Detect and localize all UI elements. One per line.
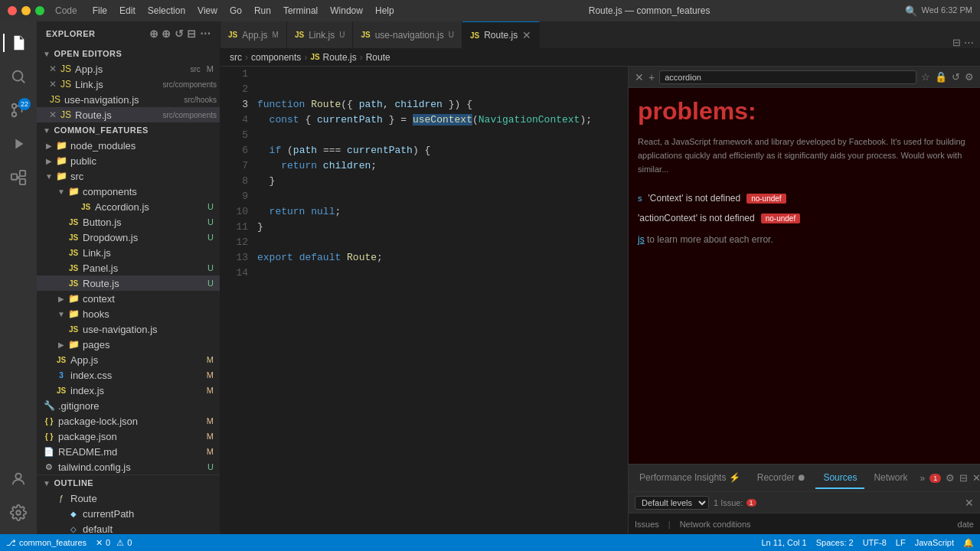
- issues-label[interactable]: Issues: [635, 520, 659, 529]
- bell-icon[interactable]: 🔔: [963, 538, 974, 548]
- close-icon[interactable]: ✕: [49, 109, 57, 120]
- tree-indexjs[interactable]: JS index.js M: [37, 383, 220, 398]
- tree-appjs[interactable]: JS App.js M: [37, 352, 220, 367]
- js-file-icon: JS: [60, 63, 72, 75]
- devtools-icon-refresh[interactable]: ↺: [952, 71, 960, 83]
- tree-node-modules[interactable]: ▶ 📁 node_modules: [37, 138, 220, 153]
- tree-paneljs[interactable]: JS Panel.js U: [37, 260, 220, 276]
- tree-buttonjs[interactable]: JS Button.js U: [37, 214, 220, 230]
- tree-src[interactable]: ▼ 📁 src: [37, 168, 220, 184]
- devtools-tab-recorder[interactable]: Recorder ⏺: [750, 468, 815, 489]
- project-header[interactable]: ▼ COMMON_FEATURES: [37, 122, 220, 138]
- refresh-icon[interactable]: ↺: [175, 28, 185, 40]
- outline-route[interactable]: ƒ Route: [37, 491, 220, 506]
- tree-linkjs[interactable]: JS Link.js: [37, 245, 220, 260]
- tree-accordionjs[interactable]: JS Accordion.js U: [37, 199, 220, 214]
- code-content[interactable]: function Route({ path, children }) { con…: [257, 67, 628, 534]
- menu-view[interactable]: View: [198, 5, 217, 16]
- code-editor[interactable]: 1 2 3 4 5 6 7 8 9 10 11 12 13 14: [220, 67, 628, 534]
- devtools-close-icon[interactable]: ✕: [972, 472, 980, 484]
- outline-header[interactable]: ▼ OUTLINE: [37, 475, 220, 491]
- tree-components[interactable]: ▼ 📁 components: [37, 184, 220, 199]
- tree-indexcss[interactable]: 3 index.css M: [37, 367, 220, 383]
- activity-accounts[interactable]: [3, 464, 34, 494]
- activity-search[interactable]: [3, 61, 34, 92]
- devtools-icon-star[interactable]: ☆: [921, 71, 930, 83]
- tab-linkjs[interactable]: JS Link.js U: [287, 21, 353, 48]
- activity-run[interactable]: [3, 129, 34, 159]
- sidebar: EXPLORER ⊕ ⊕ ↺ ⊟ ⋯ ▼ OPEN EDITORS ✕ JS A…: [37, 21, 220, 534]
- tree-routejs[interactable]: JS Route.js U: [37, 276, 220, 291]
- tree-gitignore[interactable]: 🔧 .gitignore: [37, 398, 220, 413]
- devtools-close-icon[interactable]: ✕: [635, 71, 644, 83]
- devtools-settings-icon[interactable]: ⚙: [946, 472, 955, 484]
- more-icon[interactable]: ⋯: [200, 28, 211, 40]
- menu-run[interactable]: Run: [254, 5, 271, 16]
- devtools-icon-lock[interactable]: 🔒: [935, 71, 947, 83]
- maximize-button[interactable]: [35, 6, 44, 15]
- minimize-button[interactable]: [21, 6, 31, 15]
- filter-close-icon[interactable]: ✕: [965, 497, 974, 509]
- tree-readmemd[interactable]: 📄 README.md M: [37, 444, 220, 459]
- tree-tailwindconfigjs[interactable]: ⚙ tailwind.config.js U: [37, 459, 220, 474]
- devtools-tabs-more[interactable]: »: [916, 473, 928, 484]
- open-editor-usenavjs[interactable]: JS use-navigation.js src/hooks: [37, 92, 220, 107]
- devtools-dock-icon[interactable]: ⊟: [959, 472, 968, 484]
- search-icon[interactable]: 🔍: [905, 5, 917, 17]
- tree-usenavigationjs[interactable]: JS use-navigation.js: [37, 321, 220, 337]
- open-editor-appjs[interactable]: ✕ JS App.js src M: [37, 61, 220, 77]
- error-help-link[interactable]: js: [638, 234, 645, 245]
- default-levels-select[interactable]: Default levels: [635, 496, 709, 510]
- split-editor-icon[interactable]: ⊟: [952, 37, 961, 48]
- open-editor-linkjs[interactable]: ✕ JS Link.js src/components: [37, 77, 220, 92]
- encoding-setting[interactable]: UTF-8: [863, 538, 887, 547]
- line-ending-setting[interactable]: LF: [896, 538, 906, 547]
- outline-currentpath[interactable]: ◆ currentPath: [37, 506, 220, 521]
- tab-usenavigationjs[interactable]: JS use-navigation.js U: [353, 21, 462, 48]
- menu-selection[interactable]: Selection: [148, 5, 185, 16]
- activity-extensions[interactable]: [3, 162, 34, 193]
- cursor-position[interactable]: Ln 11, Col 1: [761, 538, 806, 547]
- more-actions-icon[interactable]: ⋯: [964, 37, 974, 48]
- tree-dropdownjs[interactable]: JS Dropdown.js U: [37, 230, 220, 245]
- menu-terminal[interactable]: Terminal: [283, 5, 318, 16]
- tab-routejs[interactable]: JS Route.js ✕: [462, 21, 540, 48]
- tree-packagejson[interactable]: { } package.json M: [37, 429, 220, 444]
- tab-appjs[interactable]: JS App.js M: [220, 21, 287, 48]
- tree-context[interactable]: ▶ 📁 context: [37, 291, 220, 306]
- close-button[interactable]: [8, 6, 17, 15]
- new-file-icon[interactable]: ⊕: [149, 28, 159, 40]
- errors-count[interactable]: ✕ 0 ⚠ 0: [96, 538, 132, 548]
- tab-close-button[interactable]: ✕: [522, 29, 531, 41]
- outline-default[interactable]: ◇ default: [37, 521, 220, 534]
- tree-hooks[interactable]: ▼ 📁 hooks: [37, 306, 220, 321]
- tree-pages[interactable]: ▶ 📁 pages: [37, 337, 220, 352]
- open-editors-header[interactable]: ▼ OPEN EDITORS: [37, 46, 220, 61]
- activity-explorer[interactable]: [3, 28, 34, 58]
- devtools-address-input[interactable]: [659, 70, 916, 84]
- devtools-tab-network[interactable]: Network: [866, 468, 915, 489]
- devtools-tab-sources[interactable]: Sources: [815, 468, 864, 489]
- activity-source-control[interactable]: 22: [3, 95, 34, 126]
- tree-public[interactable]: ▶ 📁 public: [37, 153, 220, 168]
- close-icon[interactable]: ✕: [49, 79, 57, 90]
- git-branch[interactable]: ⎇ common_features: [6, 538, 87, 548]
- tree-packagelockjson[interactable]: { } package-lock.json M: [37, 413, 220, 429]
- open-editor-routejs[interactable]: ✕ JS Route.js src/components: [37, 107, 220, 122]
- collapse-icon[interactable]: ⊟: [187, 28, 197, 40]
- network-conditions-label[interactable]: Network conditions: [680, 520, 751, 529]
- menu-go[interactable]: Go: [230, 5, 242, 16]
- menu-help[interactable]: Help: [375, 5, 394, 16]
- menu-edit[interactable]: Edit: [119, 5, 136, 16]
- devtools-tab-performance[interactable]: Performance Insights ⚡: [632, 468, 748, 489]
- close-icon[interactable]: ✕: [49, 64, 57, 74]
- devtools-new-tab-icon[interactable]: +: [648, 71, 655, 83]
- activity-settings[interactable]: [3, 497, 34, 528]
- menu-window[interactable]: Window: [330, 5, 363, 16]
- spaces-setting[interactable]: Spaces: 2: [816, 538, 854, 547]
- devtools-icon-settings[interactable]: ⚙: [965, 71, 974, 83]
- menu-file[interactable]: File: [93, 5, 107, 16]
- new-folder-icon[interactable]: ⊕: [162, 28, 172, 40]
- language-setting[interactable]: JavaScript: [915, 538, 954, 547]
- devtools-main: problems: React, a JavaScript framework …: [629, 88, 980, 464]
